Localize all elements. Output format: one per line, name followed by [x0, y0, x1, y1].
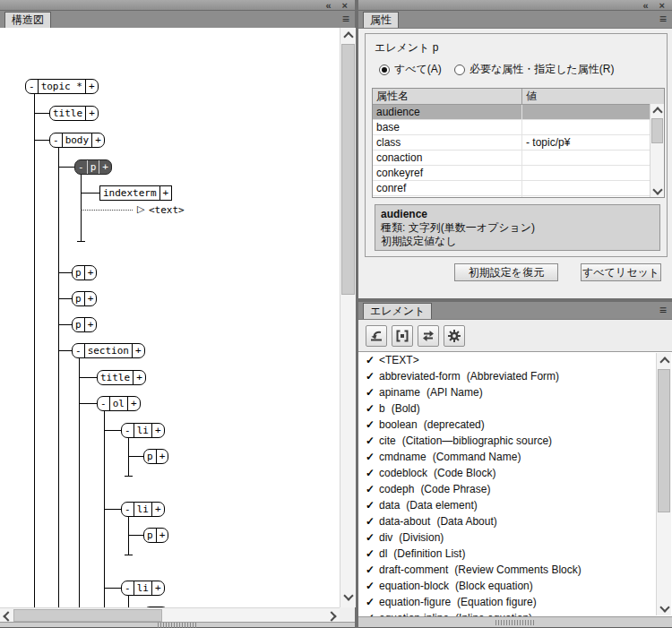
element-list-item[interactable]: ✓ codeph (Code Phrase): [358, 481, 672, 497]
reset-all-button[interactable]: すべてリセット: [581, 263, 661, 281]
expand-toggle[interactable]: +: [156, 529, 168, 542]
collapse-toggle[interactable]: -: [50, 133, 62, 147]
tree-node-p[interactable]: p +: [72, 265, 97, 280]
expand-toggle[interactable]: +: [151, 424, 164, 437]
attr-name-cell[interactable]: class: [373, 135, 522, 150]
element-list-item[interactable]: ✓ draft-comment (Review Comments Block): [358, 562, 672, 578]
text-snippet-label[interactable]: <text>: [149, 204, 185, 216]
element-list-item[interactable]: ✓ abbreviated-form (Abbreviated Form): [358, 368, 672, 384]
collapse-panel-icon[interactable]: «: [325, 1, 331, 10]
attr-name-cell[interactable]: base: [373, 120, 522, 134]
scroll-down-icon[interactable]: [652, 185, 662, 194]
scrollbar-thumb[interactable]: [658, 369, 670, 512]
expand-toggle[interactable]: +: [159, 186, 172, 200]
tree-node-ol[interactable]: - ol +: [97, 396, 141, 411]
tree-node-section[interactable]: - section +: [72, 343, 145, 358]
collapse-toggle[interactable]: -: [73, 344, 84, 357]
collapse-toggle[interactable]: -: [122, 581, 134, 595]
expand-toggle[interactable]: +: [132, 344, 144, 357]
attribute-row[interactable]: class - topic/p¥: [373, 135, 664, 151]
panel-resize-strip[interactable]: [0, 622, 355, 628]
tree-node-p-selected[interactable]: - p +: [74, 159, 112, 175]
radio-selected-icon[interactable]: [379, 65, 390, 75]
tree-node-li[interactable]: - li +: [121, 423, 165, 438]
radio-all-attributes[interactable]: すべて(A): [379, 62, 442, 77]
panel-resize-strip[interactable]: [358, 616, 672, 628]
element-list-item[interactable]: ✓ b (Bold): [358, 400, 672, 417]
tree-node-body[interactable]: - body +: [49, 133, 105, 148]
tree-node-li[interactable]: - li +: [121, 581, 165, 596]
element-list-item[interactable]: ✓ data (Data element): [358, 497, 672, 513]
tree-node-p[interactable]: p +: [143, 449, 168, 464]
radio-required-attributes[interactable]: 必要な属性・指定した属性(R): [454, 62, 615, 77]
tab-attributes[interactable]: 属性: [363, 12, 399, 28]
scroll-right-icon[interactable]: [326, 611, 336, 621]
wrap-element-button[interactable]: [392, 325, 413, 347]
element-list-item[interactable]: ✓ apiname (API Name): [358, 384, 672, 400]
tree-node-p[interactable]: p +: [72, 317, 97, 332]
attr-name-cell[interactable]: conaction: [373, 151, 522, 165]
element-list-item[interactable]: ✓ cite (Citation—bibliographic source): [358, 433, 672, 449]
element-list-item[interactable]: ✓ equation-block (Block equation): [358, 578, 672, 594]
attr-name-cell[interactable]: audience: [373, 105, 522, 119]
scroll-up-icon[interactable]: [659, 357, 669, 366]
tree-node-title[interactable]: title +: [49, 106, 99, 121]
expand-toggle[interactable]: +: [91, 133, 104, 147]
insert-element-button[interactable]: [366, 325, 387, 347]
collapse-toggle[interactable]: -: [75, 160, 87, 174]
element-list-item[interactable]: ✓ data-about (Data About): [358, 513, 672, 529]
element-list-item[interactable]: ✓ equation-figure (Equation figure): [358, 594, 672, 610]
change-element-button[interactable]: [418, 325, 439, 347]
scrollbar-thumb[interactable]: [13, 609, 162, 622]
collapse-toggle[interactable]: -: [122, 424, 134, 437]
scroll-up-icon[interactable]: [343, 31, 353, 41]
expand-toggle[interactable]: +: [84, 266, 97, 280]
tree-node-li[interactable]: - li +: [121, 502, 165, 517]
attr-name-cell[interactable]: conkeyref: [373, 166, 522, 180]
tree-node-title[interactable]: title +: [97, 370, 146, 385]
scroll-left-icon[interactable]: [3, 611, 13, 621]
attribute-row[interactable]: conaction: [373, 151, 664, 166]
tab-structure-view[interactable]: 構造図: [4, 12, 51, 28]
panel-menu-icon[interactable]: ≡: [659, 13, 667, 25]
attribute-row[interactable]: conrefend: [373, 196, 664, 198]
expand-toggle[interactable]: +: [85, 80, 98, 93]
tree-node-p[interactable]: p +: [143, 528, 168, 543]
close-panel-icon[interactable]: ×: [659, 1, 665, 10]
element-list-item[interactable]: ✓ cmdname (Command Name): [358, 449, 672, 465]
element-list-item[interactable]: ✓ dl (Definition List): [358, 546, 672, 562]
structure-vscrollbar[interactable]: [340, 28, 356, 607]
element-list-item[interactable]: ✓ div (Division): [358, 529, 672, 546]
collapse-panel-icon[interactable]: «: [642, 1, 648, 10]
tree-node-topic[interactable]: - topic * +: [25, 79, 99, 94]
panel-menu-icon[interactable]: ≡: [659, 304, 667, 316]
attr-name-cell[interactable]: conrefend: [373, 196, 522, 198]
attribute-row[interactable]: conref: [373, 181, 664, 196]
radio-unselected-icon[interactable]: [454, 65, 465, 75]
collapse-toggle[interactable]: -: [98, 397, 109, 410]
collapse-toggle[interactable]: -: [122, 503, 134, 516]
expand-toggle[interactable]: +: [99, 160, 111, 174]
attribute-row[interactable]: base: [373, 120, 664, 135]
expand-toggle[interactable]: +: [85, 107, 98, 120]
expand-toggle[interactable]: +: [84, 318, 97, 331]
expand-toggle[interactable]: +: [151, 581, 164, 595]
panel-menu-icon[interactable]: ≡: [342, 13, 349, 25]
tree-node-p[interactable]: p +: [72, 291, 97, 306]
resize-grip-icon[interactable]: [158, 623, 197, 628]
restore-defaults-button[interactable]: 初期設定を復元: [454, 263, 558, 281]
tab-elements[interactable]: エレメント: [363, 303, 432, 319]
scrollbar-thumb[interactable]: [341, 44, 355, 295]
expand-toggle[interactable]: +: [151, 503, 164, 516]
attr-name-cell[interactable]: conref: [373, 181, 522, 195]
expand-toggle[interactable]: +: [84, 292, 97, 305]
scroll-up-icon[interactable]: [652, 107, 662, 116]
expand-toggle[interactable]: +: [156, 450, 168, 463]
tree-node-indexterm[interactable]: indexterm +: [99, 185, 172, 201]
attr-value-cell[interactable]: - topic/p¥: [522, 136, 664, 149]
scroll-down-icon[interactable]: [343, 590, 353, 600]
scrollbar-thumb[interactable]: [651, 118, 663, 143]
attribute-row[interactable]: audience: [373, 105, 664, 120]
close-panel-icon[interactable]: ×: [342, 1, 348, 10]
expand-toggle[interactable]: +: [127, 397, 140, 410]
